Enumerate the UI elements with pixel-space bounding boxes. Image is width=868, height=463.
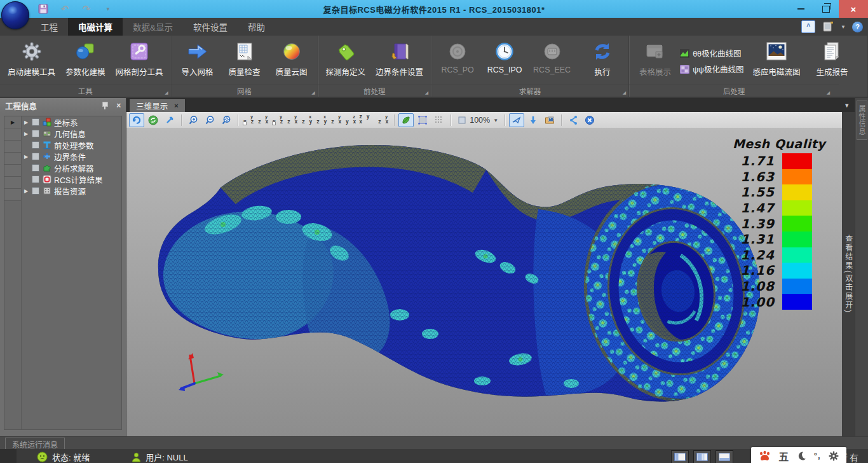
psi-polarization-curve-button[interactable]: ψψ极化曲线图 (680, 63, 743, 75)
close-view-button[interactable] (582, 113, 597, 127)
generate-report-button[interactable]: 生成报告 (808, 38, 855, 79)
view-iso1-button[interactable]: yz x (330, 114, 343, 127)
view-zy2-button[interactable]: xz y (315, 114, 329, 127)
mesh-partition-tool-button[interactable]: 网格剖分工具 (111, 38, 168, 79)
view-xz-button[interactable]: yx z (242, 114, 255, 127)
layout-split-button[interactable] (693, 450, 711, 463)
collapse-ribbon-button[interactable]: ^ (801, 20, 815, 33)
ime-settings-gear-icon[interactable] (829, 451, 839, 461)
expander-icon[interactable]: ▶ (23, 131, 29, 137)
solver-rcs-eec-button[interactable]: RCS_EEC (528, 38, 576, 76)
ime-punctuation-label[interactable]: °, (814, 451, 821, 460)
boundary-condition-settings-button[interactable]: 边界条件设置 (370, 38, 428, 79)
view-iso4-button[interactable]: yz x (377, 114, 390, 127)
zoom-level-select[interactable]: 100% ▼ (455, 116, 501, 125)
view-xz2-button[interactable]: yx z (271, 114, 285, 127)
restore-button[interactable] (813, 0, 839, 18)
tab-help[interactable]: 帮助 (238, 18, 275, 36)
view-zx-button[interactable]: yz x (257, 114, 270, 127)
ribbon-group-preprocess: 探测角定义 边界条件设置 前处理◢ (318, 36, 432, 97)
quality-check-button[interactable]: 质量检查 (221, 38, 268, 79)
expander-icon[interactable]: ▶ (23, 154, 29, 160)
checkbox[interactable] (32, 164, 39, 172)
zoom-extents-button[interactable] (219, 113, 234, 127)
probe-angle-define-button[interactable]: 探测角定义 (321, 38, 371, 79)
tree-item-report-resources[interactable]: ▶ 报告资源 (22, 185, 121, 197)
sphere-cube-icon (74, 39, 96, 64)
tree-item-geometry-info[interactable]: ▶ 几何信息 (22, 128, 121, 139)
legend-row: 1.55 (733, 184, 825, 200)
dialog-launcher-icon[interactable]: ◢ (623, 90, 626, 95)
tab-data-display[interactable]: 数据&显示 (123, 18, 183, 36)
checkbox[interactable] (32, 176, 39, 183)
tree-item-boundary-conditions[interactable]: ▶ 边界条件 (22, 151, 121, 162)
tree-item-rcs-results[interactable]: RCS计算结果 (22, 174, 121, 185)
tab-close-icon[interactable]: × (174, 102, 178, 109)
execute-button[interactable]: 执行 (579, 38, 626, 79)
fly-mode-button[interactable] (509, 113, 524, 127)
ime-wubi-label[interactable]: 五 (778, 448, 789, 463)
view-zy-button[interactable]: xz y (301, 114, 314, 127)
layout-left-panel-button[interactable] (671, 450, 689, 463)
legend-swatch (782, 263, 812, 279)
shaded-display-button[interactable] (398, 113, 414, 127)
solver-rcs-po-button[interactable]: RCS_PO (434, 38, 481, 76)
tab-list-dropdown-icon[interactable]: ▼ (844, 102, 850, 109)
close-button[interactable]: × (839, 0, 868, 18)
properties-collapsed-tab[interactable]: 属性信息 (857, 100, 867, 140)
pin-icon[interactable] (101, 101, 109, 110)
rotate-view-button[interactable] (129, 113, 144, 127)
pan-view-button[interactable] (162, 113, 177, 127)
layout-bottom-panel-button[interactable] (715, 450, 733, 463)
view-zx2-button[interactable]: yz x (286, 114, 299, 127)
wireframe-display-button[interactable] (431, 113, 447, 127)
ime-toolbar[interactable]: 五 °, (751, 447, 846, 463)
tree-item-analysis-solver[interactable]: 分析求解器 (22, 162, 121, 174)
zoom-in-button[interactable] (186, 113, 201, 127)
snapshot-button[interactable] (542, 113, 557, 127)
checkbox[interactable] (32, 141, 39, 149)
results-collapsed-tab[interactable]: 查看结果(双击展开) (842, 112, 855, 436)
tree-item-preprocess-params[interactable]: 前处理参数 (22, 139, 121, 151)
tab-settings[interactable]: 软件设置 (183, 18, 238, 36)
dialog-launcher-icon[interactable]: ◢ (311, 90, 315, 95)
flat-display-button[interactable] (415, 113, 430, 127)
import-mesh-button[interactable]: 导入网格 (174, 38, 221, 79)
expander-icon[interactable]: ▶ (23, 120, 29, 125)
tab-project[interactable]: 工程 (31, 18, 68, 36)
launch-modeling-tool-button[interactable]: 启动建模工具 (3, 38, 60, 79)
tab-3d-display[interactable]: 三维显示 × (129, 99, 185, 112)
view-iso2-button[interactable]: zy x (344, 114, 358, 127)
view-iso3-button[interactable]: z y x (359, 114, 376, 127)
checkbox[interactable] (32, 187, 39, 195)
dialog-launcher-icon[interactable]: ◢ (827, 90, 830, 95)
expander-icon[interactable]: ▶ (23, 188, 29, 194)
refresh-view-button[interactable] (146, 113, 161, 127)
checkbox[interactable] (32, 118, 39, 126)
display-style-button[interactable] (822, 21, 834, 32)
tab-em-compute[interactable]: 电磁计算 (68, 18, 123, 36)
checkbox[interactable] (32, 153, 39, 160)
zoom-out-button[interactable] (202, 113, 217, 127)
help-button[interactable]: ? (852, 22, 863, 32)
display-style-caret-icon[interactable]: ▼ (841, 24, 846, 30)
drop-down-view-button[interactable] (526, 113, 541, 127)
ime-moon-icon[interactable] (797, 451, 806, 460)
dialog-launcher-icon[interactable]: ◢ (425, 90, 428, 95)
tree-item-coordinate-system[interactable]: ▶ 坐标系 (22, 116, 121, 128)
table-display-button[interactable]: 表格展示 (632, 38, 679, 79)
project-info-panel: 工程信息 × ▶ ▶ 坐标系 (0, 98, 126, 436)
induced-current-map-button[interactable]: 感应电磁流图 (747, 38, 805, 79)
dialog-launcher-icon[interactable]: ◢ (165, 90, 168, 95)
minimize-button[interactable] (788, 0, 813, 18)
app-logo[interactable] (1, 1, 29, 29)
theta-polarization-curve-button[interactable]: θθ极化曲线图 (680, 47, 743, 59)
3d-viewport[interactable]: Mesh Quality 1.71 1.63 1.55 1.47 1.39 1.… (126, 129, 842, 436)
share-view-button[interactable] (566, 113, 581, 127)
ime-logo-paw-icon (759, 450, 771, 461)
checkbox[interactable] (32, 130, 39, 137)
parametric-modeling-button[interactable]: 参数化建模 (60, 38, 111, 79)
quality-cloud-map-button[interactable]: 质量云图 (268, 38, 315, 79)
solver-rcs-ipo-button[interactable]: RCS_IPO (481, 38, 528, 76)
panel-close-icon[interactable]: × (116, 101, 121, 110)
